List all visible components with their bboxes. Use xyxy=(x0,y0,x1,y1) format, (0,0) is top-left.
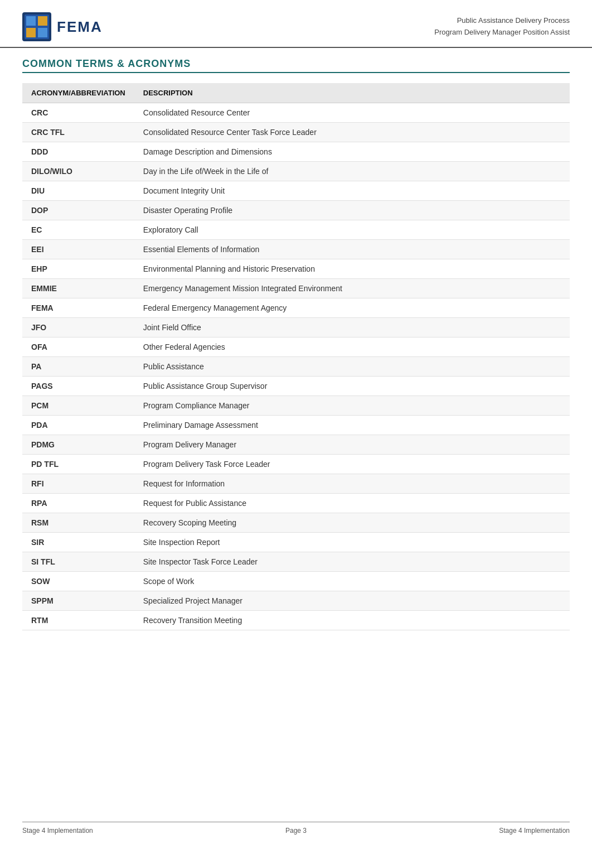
cell-acronym: EEI xyxy=(22,240,134,259)
table-row: SPPMSpecialized Project Manager xyxy=(22,591,570,611)
cell-acronym: DDD xyxy=(22,142,134,162)
col-description-header: DESCRIPTION xyxy=(134,83,570,103)
cell-description: Site Inspection Report xyxy=(134,533,570,552)
cell-description: Day in the Life of/Week in the Life of xyxy=(134,162,570,181)
table-row: SOWScope of Work xyxy=(22,572,570,591)
cell-acronym: PD TFL xyxy=(22,455,134,474)
cell-acronym: PAGS xyxy=(22,377,134,396)
cell-acronym: PCM xyxy=(22,396,134,416)
cell-acronym: OFA xyxy=(22,337,134,357)
table-row: RSMRecovery Scoping Meeting xyxy=(22,513,570,533)
acronyms-table-container: ACRONYM/ABBREVIATION DESCRIPTION CRCCons… xyxy=(0,83,592,630)
cell-description: Program Compliance Manager xyxy=(134,396,570,416)
cell-acronym: CRC TFL xyxy=(22,123,134,142)
cell-acronym: EHP xyxy=(22,259,134,279)
table-row: OFAOther Federal Agencies xyxy=(22,337,570,357)
cell-description: Document Integrity Unit xyxy=(134,181,570,201)
cell-description: Other Federal Agencies xyxy=(134,337,570,357)
table-row: DOPDisaster Operating Profile xyxy=(22,201,570,220)
page-header: FEMA Public Assistance Delivery Process … xyxy=(0,0,592,48)
cell-description: Request for Public Assistance xyxy=(134,494,570,513)
page-title-section: COMMON TERMS & ACRONYMS xyxy=(0,48,592,78)
cell-description: Exploratory Call xyxy=(134,220,570,240)
cell-description: Site Inspector Task Force Leader xyxy=(134,552,570,572)
cell-description: Preliminary Damage Assessment xyxy=(134,416,570,435)
table-row: ECExploratory Call xyxy=(22,220,570,240)
svg-rect-5 xyxy=(38,28,47,37)
table-row: PD TFLProgram Delivery Task Force Leader xyxy=(22,455,570,474)
table-row: DDDDamage Description and Dimensions xyxy=(22,142,570,162)
cell-description: Recovery Transition Meeting xyxy=(134,611,570,630)
cell-description: Joint Field Office xyxy=(134,318,570,337)
section-title: COMMON TERMS & ACRONYMS xyxy=(22,58,570,73)
acronyms-table: ACRONYM/ABBREVIATION DESCRIPTION CRCCons… xyxy=(22,83,570,630)
table-row: PAPublic Assistance xyxy=(22,357,570,377)
table-row: DILO/WILODay in the Life of/Week in the … xyxy=(22,162,570,181)
cell-acronym: RFI xyxy=(22,474,134,494)
cell-acronym: RPA xyxy=(22,494,134,513)
table-row: RTMRecovery Transition Meeting xyxy=(22,611,570,630)
cell-acronym: EMMIE xyxy=(22,279,134,298)
cell-description: Request for Information xyxy=(134,474,570,494)
cell-acronym: PA xyxy=(22,357,134,377)
cell-acronym: SOW xyxy=(22,572,134,591)
page-footer: Stage 4 Implementation Page 3 Stage 4 Im… xyxy=(22,822,570,835)
cell-acronym: SI TFL xyxy=(22,552,134,572)
cell-description: Damage Description and Dimensions xyxy=(134,142,570,162)
cell-acronym: PDA xyxy=(22,416,134,435)
cell-acronym: SPPM xyxy=(22,591,134,611)
fema-logo-icon xyxy=(22,12,51,41)
table-row: SI TFLSite Inspector Task Force Leader xyxy=(22,552,570,572)
cell-acronym: EC xyxy=(22,220,134,240)
table-row: CRCConsolidated Resource Center xyxy=(22,103,570,123)
svg-rect-3 xyxy=(38,16,47,26)
table-row: EMMIEEmergency Management Mission Integr… xyxy=(22,279,570,298)
svg-rect-2 xyxy=(26,16,36,26)
cell-acronym: JFO xyxy=(22,318,134,337)
cell-acronym: RSM xyxy=(22,513,134,533)
header-title-line1: Public Assistance Delivery Process xyxy=(434,15,570,27)
table-header-row: ACRONYM/ABBREVIATION DESCRIPTION xyxy=(22,83,570,103)
svg-rect-4 xyxy=(26,28,36,37)
table-row: EEIEssential Elements of Information xyxy=(22,240,570,259)
cell-description: Environmental Planning and Historic Pres… xyxy=(134,259,570,279)
fema-logo-text: FEMA xyxy=(57,18,103,36)
cell-acronym: DIU xyxy=(22,181,134,201)
cell-description: Public Assistance xyxy=(134,357,570,377)
cell-description: Disaster Operating Profile xyxy=(134,201,570,220)
table-row: PAGSPublic Assistance Group Supervisor xyxy=(22,377,570,396)
cell-description: Consolidated Resource Center Task Force … xyxy=(134,123,570,142)
table-row: EHPEnvironmental Planning and Historic P… xyxy=(22,259,570,279)
cell-description: Program Delivery Task Force Leader xyxy=(134,455,570,474)
cell-description: Specialized Project Manager xyxy=(134,591,570,611)
cell-acronym: RTM xyxy=(22,611,134,630)
table-row: SIRSite Inspection Report xyxy=(22,533,570,552)
cell-acronym: DILO/WILO xyxy=(22,162,134,181)
cell-description: Public Assistance Group Supervisor xyxy=(134,377,570,396)
cell-acronym: DOP xyxy=(22,201,134,220)
footer-right: Stage 4 Implementation xyxy=(499,827,570,835)
col-acronym-header: ACRONYM/ABBREVIATION xyxy=(22,83,134,103)
table-row: CRC TFLConsolidated Resource Center Task… xyxy=(22,123,570,142)
header-title-line2: Program Delivery Manager Position Assist xyxy=(434,27,570,38)
table-row: RFIRequest for Information xyxy=(22,474,570,494)
table-row: JFOJoint Field Office xyxy=(22,318,570,337)
cell-acronym: SIR xyxy=(22,533,134,552)
cell-acronym: PDMG xyxy=(22,435,134,455)
table-row: PDMGProgram Delivery Manager xyxy=(22,435,570,455)
table-row: PDAPreliminary Damage Assessment xyxy=(22,416,570,435)
cell-acronym: FEMA xyxy=(22,298,134,318)
cell-description: Federal Emergency Management Agency xyxy=(134,298,570,318)
header-subtitle: Public Assistance Delivery Process Progr… xyxy=(434,15,570,38)
footer-left: Stage 4 Implementation xyxy=(22,827,93,835)
cell-description: Emergency Management Mission Integrated … xyxy=(134,279,570,298)
cell-description: Consolidated Resource Center xyxy=(134,103,570,123)
table-row: DIUDocument Integrity Unit xyxy=(22,181,570,201)
logo-area: FEMA xyxy=(22,12,103,41)
cell-description: Program Delivery Manager xyxy=(134,435,570,455)
footer-center: Page 3 xyxy=(285,827,307,835)
cell-description: Scope of Work xyxy=(134,572,570,591)
table-row: PCMProgram Compliance Manager xyxy=(22,396,570,416)
cell-description: Essential Elements of Information xyxy=(134,240,570,259)
cell-description: Recovery Scoping Meeting xyxy=(134,513,570,533)
